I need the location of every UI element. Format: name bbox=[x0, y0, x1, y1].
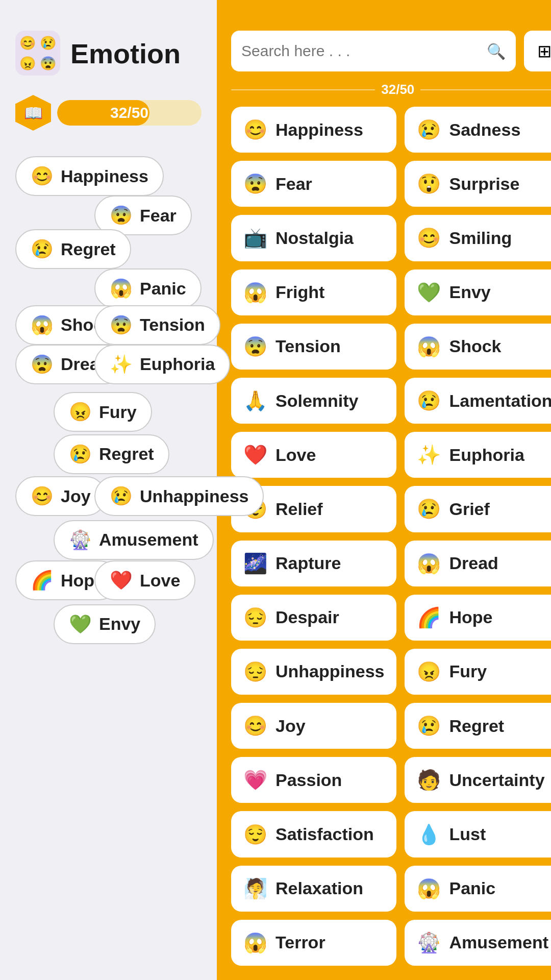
grid-tag-solemnity[interactable]: 🙏Solemnity bbox=[231, 378, 396, 424]
grid-tag-lust[interactable]: 💧Lust bbox=[405, 811, 551, 857]
grid-emoji: 😊 bbox=[243, 118, 267, 141]
left-tag-joy[interactable]: 😊Joy bbox=[15, 476, 106, 516]
grid-tag-amusement[interactable]: 🎡Amusement bbox=[405, 920, 551, 966]
grid-tag-fury[interactable]: 😠Fury bbox=[405, 649, 551, 695]
left-tag-regret[interactable]: 😢Regret bbox=[54, 434, 169, 474]
tag-emoji: 😊 bbox=[31, 165, 54, 187]
tag-emoji: 😠 bbox=[69, 401, 92, 423]
grid-tag-passion[interactable]: 💗Passion bbox=[231, 757, 396, 803]
left-tag-euphoria[interactable]: ✨Euphoria bbox=[94, 345, 230, 384]
grid-tag-rapture[interactable]: 🌌Rapture bbox=[231, 541, 396, 586]
grid-label: Nostalgia bbox=[276, 228, 354, 248]
grid-label: Smiling bbox=[449, 228, 512, 248]
tag-label: Love bbox=[140, 571, 180, 591]
progress-fraction: 32/50 bbox=[381, 82, 414, 97]
search-icon: 🔍 bbox=[487, 42, 506, 60]
tag-emoji: 😱 bbox=[31, 314, 54, 336]
grid-tag-joy[interactable]: 😊Joy bbox=[231, 703, 396, 749]
tag-label: Regret bbox=[61, 239, 116, 259]
tag-label: Joy bbox=[61, 486, 91, 506]
search-input-wrap[interactable]: 🔍 bbox=[231, 31, 516, 71]
tag-emoji: 😱 bbox=[110, 278, 133, 299]
grid-tag-panic[interactable]: 😱Panic bbox=[405, 866, 551, 912]
grid-tag-dread[interactable]: 😱Dread bbox=[405, 541, 551, 586]
grid-tag-relaxation[interactable]: 🧖Relaxation bbox=[231, 866, 396, 912]
grid-emoji: 💧 bbox=[417, 823, 441, 846]
grid-tag-fright[interactable]: 😱Fright bbox=[231, 270, 396, 315]
grid-emoji: 🌌 bbox=[243, 552, 267, 575]
grid-emoji: 😱 bbox=[417, 335, 441, 358]
grid-emoji: 🙏 bbox=[243, 389, 267, 412]
progress-line-right bbox=[420, 89, 551, 90]
tag-emoji: 😢 bbox=[69, 444, 92, 465]
grid-tag-unhappiness[interactable]: 😔Unhappiness bbox=[231, 649, 396, 695]
grid-tag-sadness[interactable]: 😢Sadness bbox=[405, 107, 551, 153]
progress-bar-wrap: 32/50 bbox=[57, 100, 202, 126]
grid-label: Terror bbox=[276, 933, 325, 952]
grid-tag-despair[interactable]: 😔Despair bbox=[231, 595, 396, 641]
progress-line-left bbox=[231, 89, 375, 90]
left-tag-panic[interactable]: 😱Panic bbox=[94, 268, 202, 308]
grid-emoji: 😢 bbox=[417, 118, 441, 141]
grid-tag-fear[interactable]: 😨Fear bbox=[231, 161, 396, 207]
app-icon: 😊😢😠😨 bbox=[15, 31, 61, 77]
grid-tag-satisfaction[interactable]: 😌Satisfaction bbox=[231, 811, 396, 857]
grid-tag-surprise[interactable]: 😲Surprise bbox=[405, 161, 551, 207]
grid-tag-tension[interactable]: 😨Tension bbox=[231, 324, 396, 370]
grid-emoji: ❤️ bbox=[243, 444, 267, 466]
progress-bar-container: 📖 32/50 bbox=[15, 95, 202, 131]
tag-label: Unhappiness bbox=[140, 486, 248, 506]
left-tag-amusement[interactable]: 🎡Amusement bbox=[54, 520, 214, 560]
grid-tag-happiness[interactable]: 😊Happiness bbox=[231, 107, 396, 153]
filter-button[interactable]: ⊞ bbox=[524, 31, 551, 71]
grid-label: Envy bbox=[449, 282, 490, 302]
grid-emoji: 🎡 bbox=[417, 932, 441, 954]
search-bar-row: 🔍 ⊞ bbox=[231, 31, 551, 71]
grid-tag-shock[interactable]: 😱Shock bbox=[405, 324, 551, 370]
grid-tag-terror[interactable]: 😱Terror bbox=[231, 920, 396, 966]
grid-label: Rapture bbox=[276, 553, 341, 573]
grid-label: Relaxation bbox=[276, 878, 363, 898]
tag-emoji: ❤️ bbox=[110, 570, 133, 591]
left-tag-unhappiness[interactable]: 😢Unhappiness bbox=[94, 476, 264, 516]
left-tag-tension[interactable]: 😨Tension bbox=[94, 305, 220, 345]
grid-tag-uncertainty[interactable]: 🧑Uncertainty bbox=[405, 757, 551, 803]
grid-emoji: 😠 bbox=[417, 660, 441, 683]
tag-label: Panic bbox=[140, 279, 186, 299]
left-tag-regret[interactable]: 😢Regret bbox=[15, 229, 131, 269]
grid-label: Grief bbox=[449, 499, 489, 519]
grid-tag-smiling[interactable]: 😊Smiling bbox=[405, 215, 551, 261]
grid-emoji: 😢 bbox=[417, 389, 441, 412]
grid-label: Fear bbox=[276, 174, 312, 194]
grid-tag-regret[interactable]: 😢Regret bbox=[405, 703, 551, 749]
left-tag-fury[interactable]: 😠Fury bbox=[54, 392, 152, 432]
grid-emoji: 💗 bbox=[243, 769, 267, 791]
search-input[interactable] bbox=[241, 42, 487, 60]
grid-emoji: 😢 bbox=[417, 498, 441, 520]
tag-emoji: 😊 bbox=[31, 485, 54, 507]
grid-tag-grief[interactable]: 😢Grief bbox=[405, 486, 551, 532]
grid-tag-nostalgia[interactable]: 📺Nostalgia bbox=[231, 215, 396, 261]
grid-tag-envy[interactable]: 💚Envy bbox=[405, 270, 551, 315]
grid-label: Passion bbox=[276, 770, 342, 790]
grid-tag-euphoria[interactable]: ✨Euphoria bbox=[405, 432, 551, 478]
grid-label: Satisfaction bbox=[276, 824, 374, 844]
grid-label: Happiness bbox=[276, 120, 363, 140]
tag-label: Fury bbox=[99, 402, 137, 422]
grid-emoji: 😱 bbox=[243, 281, 267, 304]
tag-label: Amusement bbox=[99, 530, 198, 550]
grid-emoji: 😨 bbox=[243, 335, 267, 358]
left-tag-envy[interactable]: 💚Envy bbox=[54, 604, 156, 644]
grid-label: Panic bbox=[449, 878, 495, 898]
grid-label: Amusement bbox=[449, 933, 548, 952]
left-tag-love[interactable]: ❤️Love bbox=[94, 560, 195, 600]
grid-tag-hope[interactable]: 🌈Hope bbox=[405, 595, 551, 641]
grid-tag-love[interactable]: ❤️Love bbox=[231, 432, 396, 478]
grid-label: Hope bbox=[449, 607, 492, 627]
grid-label: Regret bbox=[449, 716, 504, 736]
app-title: Emotion bbox=[70, 38, 181, 69]
grid-label: Lust bbox=[449, 824, 486, 844]
grid-tag-lamentation[interactable]: 😢Lamentation bbox=[405, 378, 551, 424]
grid-label: Fury bbox=[449, 662, 487, 681]
left-tag-happiness[interactable]: 😊Happiness bbox=[15, 156, 164, 196]
